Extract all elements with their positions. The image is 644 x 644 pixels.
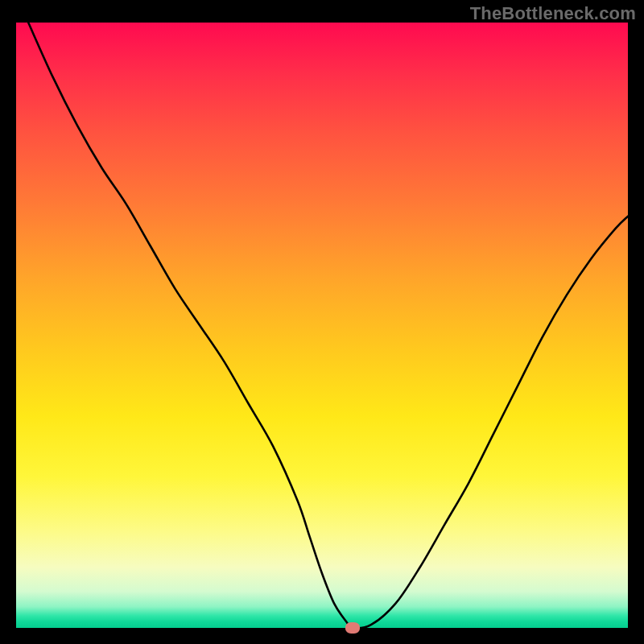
chart-wrapper: TheBottleneck.com	[0, 0, 644, 644]
curve-svg	[16, 23, 628, 628]
watermark-text: TheBottleneck.com	[470, 3, 636, 24]
plot-area	[16, 23, 628, 628]
optimum-marker	[345, 622, 360, 634]
bottleneck-curve-path	[28, 23, 628, 628]
